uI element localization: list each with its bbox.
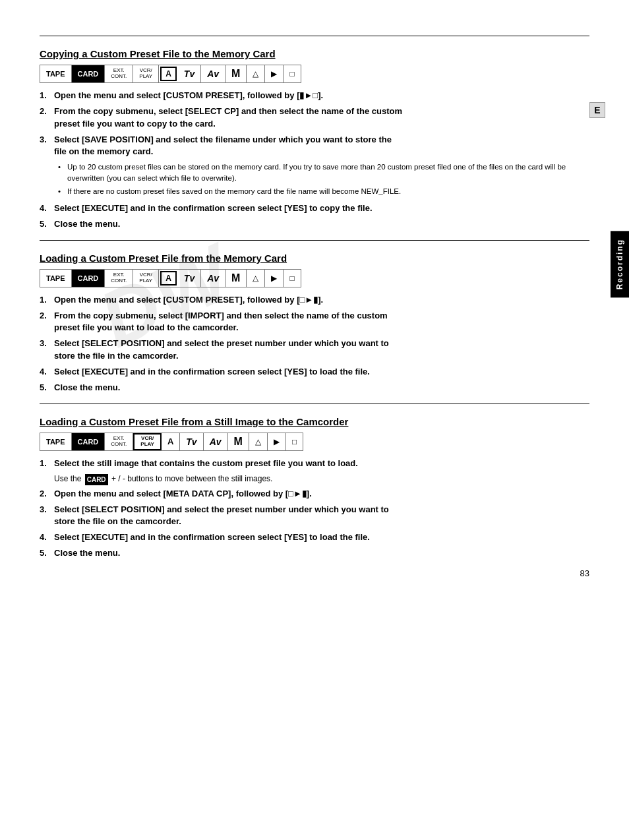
modebar-3-tape: TAPE: [40, 433, 72, 450]
step-2-2: 2. From the copy submenu, select [IMPORT…: [40, 310, 589, 335]
section-2-divider: [40, 240, 589, 241]
modebar-1-play: ▶: [265, 65, 284, 82]
modebar-1-a: A: [160, 67, 177, 81]
section-3-steps: 1. Select the still image that contains …: [40, 458, 589, 560]
step-2-3-text: Select [SELECT POSITION] and select the …: [54, 338, 589, 363]
step-1-1: 1. Open the menu and select [CUSTOM PRES…: [40, 90, 589, 102]
step-1-5-text: Close the menu.: [54, 218, 589, 231]
step-3-2-text: Open the menu and select [META DATA CP],…: [54, 488, 589, 500]
modebar-2-tape: TAPE: [40, 270, 72, 287]
step-1-2-num: 2.: [40, 105, 54, 131]
step-2-5-num: 5.: [40, 382, 54, 394]
section-3-title: Loading a Custom Preset File from a Stil…: [40, 416, 589, 427]
step-3-5-num: 5.: [40, 547, 54, 560]
step-1-4-text: Select [EXECUTE] and in the confirmation…: [54, 202, 589, 215]
step-3-3: 3. Select [SELECT POSITION] and select t…: [40, 504, 589, 529]
step-1-3: 3. Select [SAVE POSITION] and select the…: [40, 134, 589, 159]
step-1-1-num: 1.: [40, 90, 54, 102]
modebar-1-m: M: [225, 65, 247, 82]
step-3-1-num: 1.: [40, 458, 54, 470]
step-1-5-num: 5.: [40, 218, 54, 231]
section-3-divider: [40, 404, 589, 404]
modebar-1-av: Av: [201, 65, 225, 82]
side-tab: Recording: [611, 231, 629, 297]
page-container: DW E Recording Copying a Custom Preset F…: [0, 0, 629, 590]
step-1-1-text: Open the menu and select [CUSTOM PRESET]…: [54, 90, 589, 102]
modebar-2-m: M: [225, 270, 247, 287]
step-2-4-text: Select [EXECUTE] and in the confirmation…: [54, 366, 589, 378]
e-badge: E: [589, 102, 605, 118]
note-1-2: If there are no custom preset files save…: [58, 186, 589, 197]
step-3-2-num: 2.: [40, 488, 54, 500]
step-3-5-text: Close the menu.: [54, 547, 589, 560]
modebar-2-vcr: VCR/PLAY: [133, 270, 159, 287]
step-2-3: 3. Select [SELECT POSITION] and select t…: [40, 338, 589, 363]
modebar-2-bell: △: [247, 270, 265, 287]
modebar-3-bell: △: [249, 433, 268, 450]
step-3-1-text: Select the still image that contains the…: [54, 458, 589, 470]
step-3-1-sub: Use the CARD + / - buttons to move betwe…: [40, 473, 589, 485]
modebar-3-tv: Tv: [180, 433, 203, 450]
modebar-2-av: Av: [201, 270, 225, 287]
step-2-5: 5. Close the menu.: [40, 382, 589, 394]
modebar-2: TAPE CARD EXT.CONT. VCR/PLAY A Tv Av M △…: [40, 269, 301, 287]
step-3-2: 2. Open the menu and select [META DATA C…: [40, 488, 589, 500]
step-2-3-num: 3.: [40, 338, 54, 363]
section-2-title: Loading a Custom Preset File from the Me…: [40, 253, 589, 264]
modebar-2-card: CARD: [72, 270, 105, 287]
section-1-notes: Up to 20 custom preset files can be stor…: [40, 162, 589, 197]
modebar-1-rect: □: [284, 65, 300, 82]
step-3-3-text: Select [SELECT POSITION] and select the …: [54, 504, 589, 529]
step-3-3-num: 3.: [40, 504, 54, 529]
step-2-1-text: Open the menu and select [CUSTOM PRESET]…: [54, 294, 589, 307]
step-2-2-num: 2.: [40, 310, 54, 335]
modebar-3-vcr: VCR/PLAY: [133, 433, 162, 450]
modebar-3-m: M: [228, 433, 249, 450]
modebar-1-tv: Tv: [178, 65, 201, 82]
step-1-3-num: 3.: [40, 134, 54, 159]
modebar-1-tape: TAPE: [40, 65, 72, 82]
note-1-1: Up to 20 custom preset files can be stor…: [58, 162, 589, 185]
step-2-4: 4. Select [EXECUTE] and in the confirmat…: [40, 366, 589, 378]
modebar-2-tv: Tv: [178, 270, 201, 287]
modebar-1-card: CARD: [72, 65, 105, 82]
step-2-4-num: 4.: [40, 366, 54, 378]
step-2-1-num: 1.: [40, 294, 54, 307]
step-3-4-text: Select [EXECUTE] and in the confirmation…: [54, 531, 589, 544]
modebar-3-rect: □: [286, 433, 303, 450]
page-number: 83: [580, 568, 589, 578]
modebar-1-ext: EXT.CONT.: [105, 65, 133, 82]
step-1-4: 4. Select [EXECUTE] and in the confirmat…: [40, 202, 589, 215]
section-1-title: Copying a Custom Preset File to the Memo…: [40, 48, 589, 59]
step-1-5: 5. Close the menu.: [40, 218, 589, 231]
step-3-5: 5. Close the menu.: [40, 547, 589, 560]
step-3-4: 4. Select [EXECUTE] and in the confirmat…: [40, 531, 589, 544]
step-1-3-text: Select [SAVE POSITION] and select the fi…: [54, 134, 589, 159]
step-3-1: 1. Select the still image that contains …: [40, 458, 589, 470]
modebar-3: TAPE CARD EXT.CONT. VCR/PLAY A Tv Av M △…: [40, 433, 303, 451]
modebar-2-a: A: [160, 271, 177, 285]
card-badge-inline: CARD: [85, 474, 108, 485]
step-2-1: 1. Open the menu and select [CUSTOM PRES…: [40, 294, 589, 307]
modebar-3-av: Av: [204, 433, 228, 450]
section-1-divider: [40, 36, 589, 36]
modebar-3-card: CARD: [72, 433, 105, 450]
step-2-2-text: From the copy submenu, select [IMPORT] a…: [54, 310, 589, 335]
modebar-1: TAPE CARD EXT.CONT. VCR/PLAY A Tv Av M △…: [40, 65, 301, 83]
modebar-1-bell: △: [247, 65, 265, 82]
modebar-2-play: ▶: [265, 270, 284, 287]
modebar-1-vcr: VCR/PLAY: [133, 65, 159, 82]
modebar-3-play: ▶: [268, 433, 286, 450]
step-1-2-text: From the copy submenu, select [SELECT CP…: [54, 105, 589, 131]
modebar-3-a: A: [162, 433, 180, 450]
modebar-2-ext: EXT.CONT.: [105, 270, 133, 287]
modebar-3-ext: EXT.CONT.: [105, 433, 133, 450]
step-2-5-text: Close the menu.: [54, 382, 589, 394]
section-1-steps: 1. Open the menu and select [CUSTOM PRES…: [40, 90, 589, 231]
modebar-2-rect: □: [284, 270, 300, 287]
content-area: Copying a Custom Preset File to the Memo…: [40, 36, 589, 560]
step-1-4-num: 4.: [40, 202, 54, 215]
step-3-4-num: 4.: [40, 531, 54, 544]
step-1-2: 2. From the copy submenu, select [SELECT…: [40, 105, 589, 131]
section-2-steps: 1. Open the menu and select [CUSTOM PRES…: [40, 294, 589, 394]
